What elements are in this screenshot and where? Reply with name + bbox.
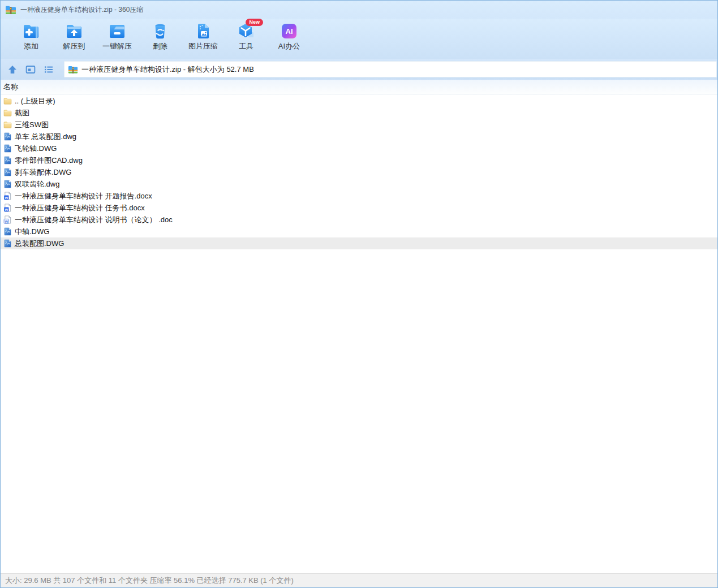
dwg-file-icon xyxy=(3,168,12,176)
file-row[interactable]: 总装配图.DWG xyxy=(1,237,717,249)
file-row[interactable]: 双联齿轮.dwg xyxy=(1,178,717,190)
one-click-extract-icon xyxy=(108,21,127,41)
file-name: .. (上级目录) xyxy=(15,96,55,106)
folder-icon xyxy=(3,97,12,105)
app-zip-icon xyxy=(5,5,16,15)
file-row[interactable]: 中轴.DWG xyxy=(1,226,717,237)
dwg-file-icon xyxy=(3,227,12,236)
extract-to-button[interactable]: 解压到 xyxy=(53,20,96,57)
doc-file-icon xyxy=(3,215,12,224)
delete-button[interactable]: 删除 xyxy=(139,20,182,57)
extract-to-icon xyxy=(65,21,84,41)
image-compress-button[interactable]: 图片压缩 xyxy=(182,20,225,57)
file-name: 刹车装配体.DWG xyxy=(15,167,71,178)
status-bar: 大小: 29.6 MB 共 107 个文件和 11 个文件夹 压缩率 56.1%… xyxy=(1,573,717,587)
delete-button-label: 删除 xyxy=(153,42,167,50)
file-row[interactable]: .. (上级目录) xyxy=(1,95,717,107)
file-name: 三维SW图 xyxy=(15,120,49,130)
window-title: 一种液压健身单车结构设计.zip - 360压缩 xyxy=(20,5,143,15)
file-name: 总装配图.DWG xyxy=(15,239,64,249)
ai-office-icon xyxy=(280,21,299,41)
list-view-icon xyxy=(44,64,54,75)
file-name: 一种液压健身单车结构设计 说明书（论文） .doc xyxy=(15,215,173,225)
file-name: 零件部件图CAD.dwg xyxy=(15,155,83,166)
toolbar: 添加 解压到 一键解压 删除 图片压缩 New 工具 AI办公 xyxy=(1,19,717,59)
one-click-extract-button[interactable]: 一键解压 xyxy=(96,20,139,57)
file-list: .. (上级目录) 截图 三维SW图 单车 总装配图.dwg 飞轮轴.DWG 零… xyxy=(1,95,717,573)
folder-icon xyxy=(3,120,12,129)
one-click-extract-button-label: 一键解压 xyxy=(102,42,132,50)
list-view-button[interactable] xyxy=(41,62,56,77)
docx-file-icon xyxy=(3,204,12,212)
file-row[interactable]: 一种液压健身单车结构设计 任务书.docx xyxy=(1,202,717,214)
dwg-file-icon xyxy=(3,239,12,248)
tools-button-label: 工具 xyxy=(239,42,253,50)
dwg-file-icon xyxy=(3,156,12,165)
list-header: 名称 xyxy=(1,80,717,95)
name-column-header[interactable]: 名称 xyxy=(3,82,18,92)
address-bar[interactable]: 一种液压健身单车结构设计.zip - 解包大小为 52.7 MB xyxy=(64,61,717,77)
address-bar-text: 一种液压健身单车结构设计.zip - 解包大小为 52.7 MB xyxy=(81,64,254,75)
up-arrow-icon xyxy=(7,64,18,75)
file-name: 截图 xyxy=(15,108,29,118)
dwg-file-icon xyxy=(3,144,12,153)
file-row[interactable]: 一种液压健身单车结构设计 说明书（论文） .doc xyxy=(1,214,717,226)
file-name: 一种液压健身单车结构设计 开题报告.docx xyxy=(15,191,152,201)
file-row[interactable]: 刹车装配体.DWG xyxy=(1,166,717,178)
navigation-bar: 一种液压健身单车结构设计.zip - 解包大小为 52.7 MB xyxy=(1,59,717,80)
file-row[interactable]: 三维SW图 xyxy=(1,119,717,131)
delete-icon xyxy=(151,21,170,41)
file-row[interactable]: 截图 xyxy=(1,107,717,119)
preview-pane-icon xyxy=(25,64,36,75)
app-window: 一种液压健身单车结构设计.zip - 360压缩 添加 解压到 一键解压 删除 … xyxy=(0,0,718,588)
preview-pane-button[interactable] xyxy=(23,62,38,77)
zip-file-icon xyxy=(68,65,78,74)
up-directory-button[interactable] xyxy=(5,62,20,77)
title-bar: 一种液压健身单车结构设计.zip - 360压缩 xyxy=(1,1,717,19)
ai-office-button[interactable]: AI办公 xyxy=(268,20,311,57)
folder-icon xyxy=(3,109,12,117)
file-name: 飞轮轴.DWG xyxy=(15,144,57,154)
image-compress-button-label: 图片压缩 xyxy=(188,42,218,50)
dwg-file-icon xyxy=(3,132,12,141)
add-archive-icon xyxy=(22,21,41,41)
dwg-file-icon xyxy=(3,180,12,188)
docx-file-icon xyxy=(3,192,12,200)
image-compress-icon xyxy=(194,21,213,41)
file-row[interactable]: 飞轮轴.DWG xyxy=(1,142,717,154)
add-button[interactable]: 添加 xyxy=(10,20,53,57)
file-row[interactable]: 单车 总装配图.dwg xyxy=(1,131,717,142)
ai-office-button-label: AI办公 xyxy=(278,42,300,50)
file-name: 单车 总装配图.dwg xyxy=(15,132,76,142)
add-button-label: 添加 xyxy=(24,42,38,50)
extract-to-button-label: 解压到 xyxy=(63,42,85,50)
status-text: 大小: 29.6 MB 共 107 个文件和 11 个文件夹 压缩率 56.1%… xyxy=(5,576,294,586)
new-badge: New xyxy=(246,19,263,26)
file-name: 中轴.DWG xyxy=(15,227,49,237)
file-name: 一种液压健身单车结构设计 任务书.docx xyxy=(15,203,145,213)
file-row[interactable]: 零件部件图CAD.dwg xyxy=(1,154,717,166)
tools-button[interactable]: New 工具 xyxy=(225,20,268,57)
file-row[interactable]: 一种液压健身单车结构设计 开题报告.docx xyxy=(1,190,717,202)
file-name: 双联齿轮.dwg xyxy=(15,179,59,189)
